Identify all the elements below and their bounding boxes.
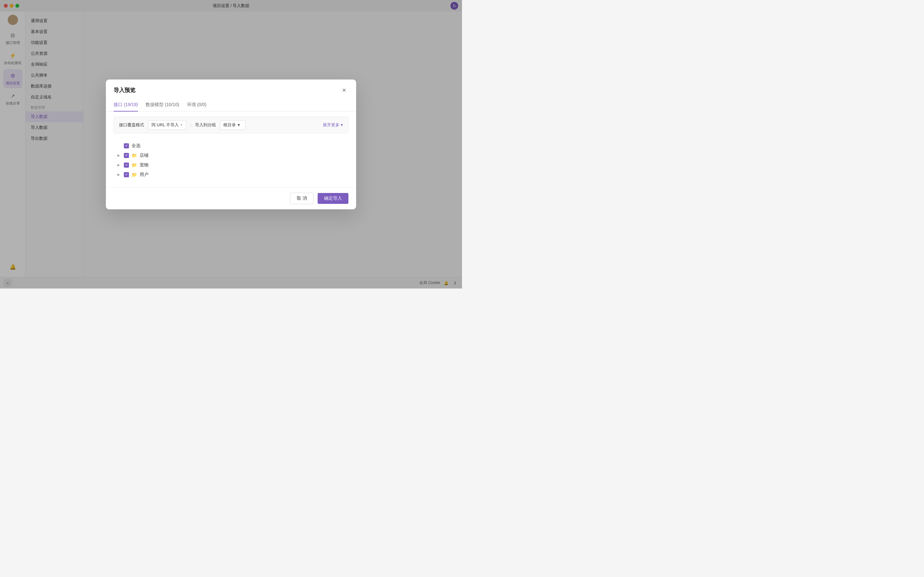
select-all-checkbox[interactable]: ✓ bbox=[124, 143, 129, 148]
tree-item-pet[interactable]: ▶ ✓ 📁 宠物 bbox=[113, 160, 349, 170]
cover-mode-value: 同 URL 不导入 bbox=[152, 122, 179, 128]
tree-item-user[interactable]: ▶ ✓ 📁 用户 bbox=[113, 170, 349, 179]
tab-env[interactable]: 环境 (0/0) bbox=[187, 99, 207, 111]
store-expand-icon[interactable]: ▶ bbox=[116, 153, 121, 158]
confirm-import-button[interactable]: 确定导入 bbox=[318, 193, 349, 204]
store-label: 店铺 bbox=[140, 153, 149, 158]
tree-item-store[interactable]: ▶ ✓ 📁 店铺 bbox=[113, 151, 349, 160]
expand-more-label: 展开更多 bbox=[323, 122, 339, 128]
user-label: 用户 bbox=[140, 172, 149, 177]
cover-mode-label: 接口覆盖模式 bbox=[119, 122, 144, 128]
user-expand-icon[interactable]: ▶ bbox=[116, 172, 121, 177]
pet-checkbox[interactable]: ✓ bbox=[124, 163, 129, 168]
chevron-down-icon-2: ▾ bbox=[238, 122, 240, 127]
store-checkbox[interactable]: ✓ bbox=[124, 153, 129, 158]
cover-mode-select[interactable]: 同 URL 不导入 ▾ bbox=[148, 120, 186, 130]
modal-header: 导入预览 ✕ bbox=[106, 79, 356, 95]
expand-more-button[interactable]: 展开更多 ▾ bbox=[323, 122, 343, 128]
import-group-value: 根目录 bbox=[223, 122, 236, 128]
user-folder-icon: 📁 bbox=[132, 172, 137, 177]
pet-folder-icon: 📁 bbox=[132, 163, 137, 168]
pet-label: 宠物 bbox=[140, 162, 149, 168]
tab-datamodel[interactable]: 数据模型 (10/10) bbox=[145, 99, 179, 111]
modal-close-button[interactable]: ✕ bbox=[339, 86, 349, 95]
cancel-button[interactable]: 取 消 bbox=[290, 193, 314, 204]
user-checkbox[interactable]: ✓ bbox=[124, 172, 129, 177]
modal-backdrop[interactable]: 导入预览 ✕ 接口 (19/19) 数据模型 (10/10) 环境 (0/0) … bbox=[0, 0, 462, 288]
select-all-label: 全选 bbox=[132, 143, 141, 149]
tree-container: ✓ 全选 ▶ ✓ 📁 店铺 ▶ ✓ bbox=[113, 139, 349, 182]
modal-body: 接口覆盖模式 同 URL 不导入 ▾ | 导入到分组 根目录 ▾ 展开更多 ▾ bbox=[106, 111, 356, 187]
modal-title: 导入预览 bbox=[113, 87, 136, 94]
modal-footer: 取 消 确定导入 bbox=[106, 187, 356, 210]
tree-select-all[interactable]: ✓ 全选 bbox=[113, 141, 349, 151]
filter-bar: 接口覆盖模式 同 URL 不导入 ▾ | 导入到分组 根目录 ▾ 展开更多 ▾ bbox=[113, 117, 349, 133]
import-preview-modal: 导入预览 ✕ 接口 (19/19) 数据模型 (10/10) 环境 (0/0) … bbox=[106, 79, 356, 210]
tab-interface[interactable]: 接口 (19/19) bbox=[113, 99, 138, 111]
store-folder-icon: 📁 bbox=[132, 153, 137, 158]
modal-tabs: 接口 (19/19) 数据模型 (10/10) 环境 (0/0) bbox=[106, 99, 356, 111]
import-group-label: 导入到分组 bbox=[195, 122, 216, 128]
import-group-select[interactable]: 根目录 ▾ bbox=[220, 120, 246, 130]
chevron-down-icon-3: ▾ bbox=[341, 122, 343, 127]
pet-expand-icon[interactable]: ▶ bbox=[116, 163, 121, 168]
filter-divider: | bbox=[190, 123, 191, 127]
chevron-down-icon: ▾ bbox=[181, 123, 182, 127]
